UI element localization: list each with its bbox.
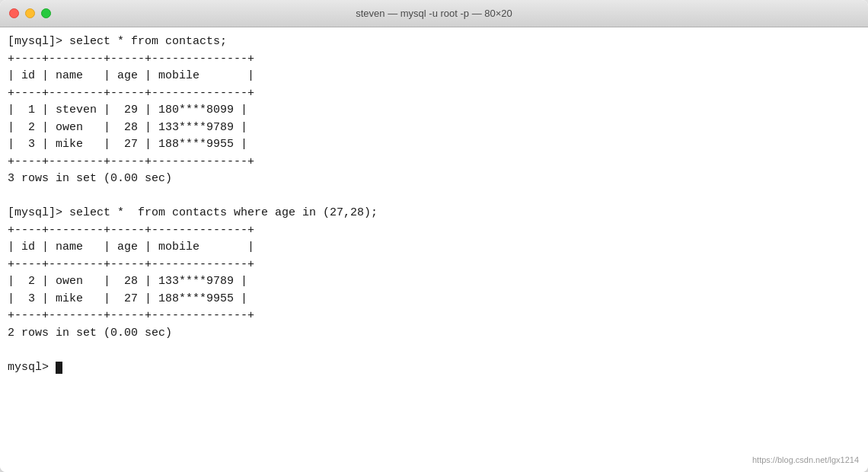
terminal-line-7: | 3 | mike | 27 | 188****9955 | [8, 136, 860, 154]
terminal-line-9: 3 rows in set (0.00 sec) [8, 171, 860, 188]
terminal-line-10 [8, 188, 860, 206]
terminal-line-4: +----+--------+-----+--------------+ [8, 85, 860, 103]
traffic-lights [9, 8, 51, 18]
terminal-prompt-line: mysql> [8, 359, 860, 377]
terminal-line-3: | id | name | age | mobile | [8, 68, 860, 85]
terminal-line-2: +----+--------+-----+--------------+ [8, 51, 860, 69]
terminal-line-16: | 3 | mike | 27 | 188****9955 | [8, 291, 860, 308]
terminal-line-1: [mysql]> select * from contacts; [8, 33, 860, 51]
watermark: https://blog.csdn.net/lgx1214 [752, 454, 859, 467]
terminal-line-18: 2 rows in set (0.00 sec) [8, 325, 860, 343]
terminal-line-11: [mysql]> select * from contacts where ag… [8, 205, 860, 222]
minimize-button[interactable] [25, 8, 35, 18]
terminal-content[interactable]: [mysql]> select * from contacts; +----+-… [0, 27, 868, 472]
terminal-line-12: +----+--------+-----+--------------+ [8, 222, 860, 240]
maximize-button[interactable] [41, 8, 51, 18]
terminal-line-14: +----+--------+-----+--------------+ [8, 257, 860, 274]
close-button[interactable] [9, 8, 19, 18]
title-bar: steven — mysql -u root -p — 80×20 [0, 0, 868, 27]
terminal-line-15: | 2 | owen | 28 | 133****9789 | [8, 273, 860, 291]
terminal-line-6: | 2 | owen | 28 | 133****9789 | [8, 120, 860, 137]
window-title: steven — mysql -u root -p — 80×20 [356, 8, 512, 19]
cursor [56, 362, 62, 374]
terminal-line-8: +----+--------+-----+--------------+ [8, 154, 860, 171]
terminal-line-19 [8, 342, 860, 359]
terminal-line-5: | 1 | steven | 29 | 180****8099 | [8, 102, 860, 120]
terminal-window: steven — mysql -u root -p — 80×20 [mysql… [0, 0, 868, 472]
terminal-line-17: +----+--------+-----+--------------+ [8, 308, 860, 325]
terminal-line-13: | id | name | age | mobile | [8, 239, 860, 257]
